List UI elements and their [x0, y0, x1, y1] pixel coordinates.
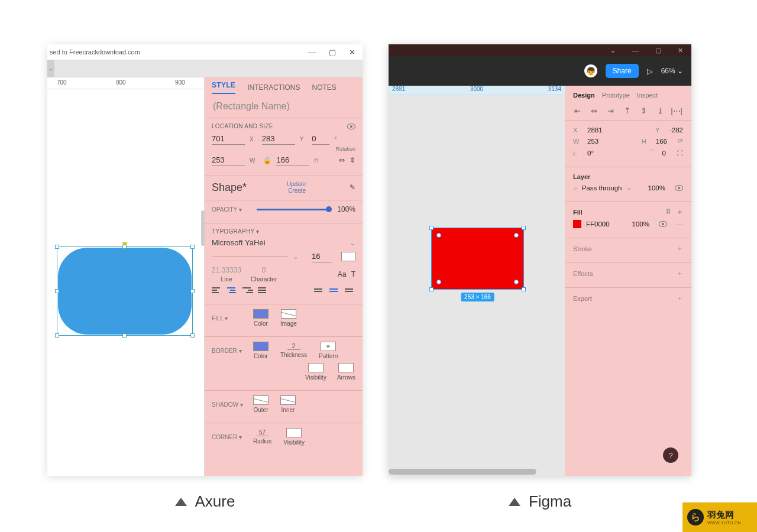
pattern-icon[interactable]: ≡	[321, 342, 336, 351]
resize-handle[interactable]	[55, 245, 59, 249]
chevron-down-icon[interactable]: ⌄	[293, 252, 299, 261]
resize-handle[interactable]	[522, 226, 526, 230]
font-size-input[interactable]	[312, 251, 332, 262]
plus-icon[interactable]: ＋	[677, 294, 683, 303]
link-wh-icon[interactable]: ⟳	[678, 137, 683, 145]
corner-radius-handle[interactable]	[514, 280, 519, 284]
text-transform-icon[interactable]: T	[351, 270, 355, 278]
fill-hex[interactable]: FF0000	[586, 220, 610, 228]
chevron-down-icon[interactable]: ⌄	[350, 239, 355, 247]
y-value[interactable]: -282	[669, 126, 683, 134]
rotation-input[interactable]	[312, 133, 329, 145]
resize-handle[interactable]	[55, 333, 59, 338]
corner-radius-value[interactable]: 57	[256, 429, 269, 436]
align-hcenter-icon[interactable]: ⇔	[588, 106, 599, 115]
close-icon[interactable]: ✕	[349, 48, 355, 57]
border-label[interactable]: BORDER ▾	[212, 348, 245, 354]
layer-opacity-value[interactable]: 100%	[648, 184, 665, 192]
visibility-icon[interactable]	[308, 363, 323, 372]
horizontal-scrollbar[interactable]	[389, 469, 565, 476]
independent-corners-icon[interactable]: ⛶	[677, 150, 683, 157]
shadow-label[interactable]: SHADOW ▾	[212, 401, 245, 408]
axure-selected-shape[interactable]	[57, 246, 193, 336]
flip-h-icon[interactable]: ⇔	[339, 156, 345, 164]
plus-icon[interactable]: ＋	[677, 244, 683, 253]
align-right-icon[interactable]: ⇥	[605, 106, 616, 115]
resize-handle[interactable]	[190, 245, 195, 249]
tab-inspect[interactable]: Inspect	[637, 92, 658, 99]
minus-icon[interactable]: —	[677, 220, 683, 228]
shape-name-input[interactable]: (Rectangle Name)	[205, 98, 363, 118]
eye-icon[interactable]	[675, 185, 683, 191]
resize-handle[interactable]	[122, 245, 127, 249]
corner-value[interactable]: 0	[662, 150, 666, 157]
resize-handle[interactable]	[122, 333, 127, 338]
border-color-swatch[interactable]	[253, 342, 268, 351]
fill-color-swatch[interactable]	[253, 309, 268, 319]
shadow-inner-icon[interactable]	[280, 395, 296, 405]
avatar[interactable]: 👦	[584, 64, 597, 77]
resize-handle[interactable]	[190, 289, 195, 293]
align-bottom-icon[interactable]: ⤓	[655, 106, 665, 115]
align-vcenter-icon[interactable]: ⇕	[638, 106, 649, 115]
blend-mode-icon[interactable]: ○	[573, 184, 577, 192]
distribute-icon[interactable]: |⋯|	[671, 106, 682, 115]
figma-canvas[interactable]: 2881 3000 3134 253 × 166	[389, 86, 565, 476]
figma-selected-rect[interactable]: 253 × 166	[431, 228, 524, 290]
lock-icon[interactable]: 🔒	[263, 157, 271, 164]
fill-label[interactable]: FILL ▾	[212, 315, 245, 322]
fill-opacity[interactable]: 100%	[632, 220, 649, 228]
opacity-label[interactable]: OPACITY ▾	[212, 206, 245, 213]
maximize-icon[interactable]: ▢	[329, 48, 336, 57]
blend-mode[interactable]: Pass through	[582, 184, 622, 192]
shadow-outer-icon[interactable]	[253, 395, 268, 405]
corner-radius-handle[interactable]	[436, 280, 441, 284]
y-input[interactable]	[262, 133, 295, 145]
corner-label[interactable]: CORNER ▾	[212, 434, 245, 440]
minimize-icon[interactable]: —	[632, 47, 639, 54]
resize-handle[interactable]	[55, 289, 59, 293]
zoom-dropdown[interactable]: 66% ⌄	[661, 67, 683, 75]
maximize-icon[interactable]: ▢	[655, 47, 661, 54]
opacity-slider[interactable]	[257, 209, 329, 210]
eye-icon[interactable]	[347, 124, 355, 129]
resize-handle[interactable]	[190, 333, 195, 338]
play-icon[interactable]: ▷	[647, 67, 653, 76]
shape-edit-icon[interactable]: ✎	[350, 183, 355, 192]
tab-notes[interactable]: NOTES	[312, 83, 337, 92]
tab-interactions[interactable]: INTERACTIONS	[247, 83, 300, 92]
thickness-value[interactable]: 2	[287, 343, 300, 350]
rotation-value[interactable]: 0°	[587, 150, 594, 157]
create-link[interactable]: Create	[287, 187, 306, 194]
w-value[interactable]: 253	[587, 138, 599, 145]
x-value[interactable]: 2881	[587, 126, 603, 134]
typography-label[interactable]: TYPOGRAPHY ▾	[212, 228, 260, 235]
resize-handle[interactable]	[429, 226, 434, 230]
text-align-h[interactable]	[212, 286, 268, 294]
flip-v-icon[interactable]: ⇕	[350, 156, 355, 164]
styles-icon[interactable]: ⠿	[666, 208, 671, 215]
width-input[interactable]	[212, 154, 245, 166]
help-button[interactable]: ?	[663, 447, 678, 463]
tab-style[interactable]: STYLE	[212, 81, 235, 94]
text-align-v[interactable]	[314, 286, 355, 294]
resize-handle[interactable]	[429, 287, 434, 291]
x-input[interactable]	[212, 133, 245, 145]
chevron-down-icon[interactable]: ⌄	[626, 184, 632, 192]
arrows-icon[interactable]	[338, 363, 354, 372]
plus-icon[interactable]: ＋	[677, 208, 683, 215]
chevron-down-icon[interactable]: ⌄	[610, 47, 616, 54]
corner-visibility-icon[interactable]	[286, 428, 302, 437]
corner-radius-handle[interactable]	[514, 233, 519, 238]
corner-radius-handle[interactable]	[436, 233, 441, 238]
char-spacing-value[interactable]: 0	[262, 266, 266, 274]
plus-icon[interactable]: ＋	[677, 269, 683, 278]
minimize-icon[interactable]: —	[308, 48, 316, 57]
text-case-icon[interactable]: Aa	[338, 270, 347, 278]
height-input[interactable]	[276, 154, 309, 166]
resize-handle[interactable]	[522, 287, 526, 291]
font-select[interactable]: Microsoft YaHei	[212, 238, 266, 247]
eye-icon[interactable]	[659, 221, 667, 227]
fill-color-swatch[interactable]	[573, 220, 581, 228]
color-picker-icon[interactable]	[341, 252, 355, 261]
